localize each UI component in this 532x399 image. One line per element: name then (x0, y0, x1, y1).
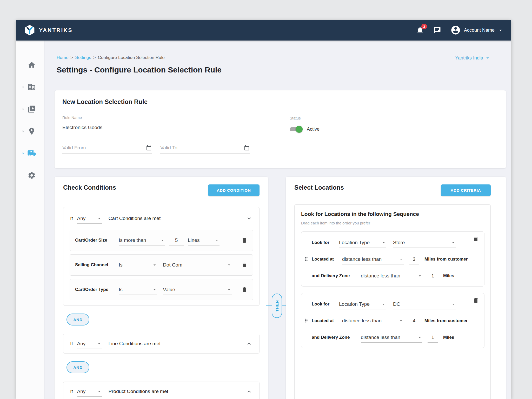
status-label: Status (290, 116, 301, 120)
condition-group-header: If Any Line Conditions are met (63, 334, 259, 353)
sidebar-item-locations[interactable] (27, 127, 36, 136)
unit-select[interactable]: Lines (188, 235, 220, 245)
distance-value-input[interactable] (409, 318, 419, 326)
chat-icon (433, 26, 441, 34)
value-select[interactable]: Dot Com (163, 260, 232, 270)
drag-handle-icon[interactable] (303, 318, 309, 323)
account-name: Account Name (464, 28, 495, 33)
drag-handle-icon[interactable] (303, 256, 309, 262)
location-criteria-dc: Look for Location Type DC Located at (301, 293, 484, 348)
location-type-value-select[interactable]: DC (393, 299, 456, 309)
status-toggle[interactable] (290, 127, 301, 131)
distance-value-field (409, 316, 419, 326)
delete-criteria-button[interactable] (473, 236, 479, 243)
zone-operator-select[interactable]: distance less than (361, 271, 422, 281)
quantifier-select[interactable]: Any (77, 213, 102, 224)
if-label: If (70, 389, 73, 394)
sidebar-item-fulfillment[interactable] (27, 149, 36, 158)
caret-down-icon (160, 238, 165, 243)
chevron-up-icon (246, 340, 252, 347)
caret-down-icon (485, 55, 490, 61)
zone-value-field (428, 332, 438, 343)
zone-value-input[interactable] (428, 273, 438, 281)
delete-condition-button[interactable] (241, 287, 248, 293)
zone-value-input[interactable] (428, 335, 438, 342)
delivery-zone-label: and Delivery Zone (312, 273, 357, 278)
add-condition-button[interactable]: ADD CONDITION (208, 184, 260, 196)
value-input[interactable] (169, 237, 184, 245)
zone-value-field (428, 271, 438, 281)
sidebar-item-settings[interactable] (27, 171, 36, 180)
quantifier-select[interactable]: Any (77, 386, 102, 397)
condition-group-label: Product Conditions are met (109, 389, 168, 394)
distance-value-field (409, 254, 419, 264)
condition-group-label: Line Conditions are met (109, 341, 161, 347)
chevron-right-icon (20, 84, 26, 90)
breadcrumb-home-link[interactable]: Home (57, 55, 68, 60)
trash-icon (473, 297, 479, 304)
quantifier-select[interactable]: Any (77, 338, 102, 349)
distance-operator-select[interactable]: distance less than (342, 254, 404, 264)
brand-logo[interactable]: YANTRIKS (24, 24, 72, 36)
chevron-down-icon (246, 215, 252, 222)
operator-select[interactable]: Is more than (119, 235, 165, 245)
caret-down-icon (381, 240, 386, 245)
zone-unit-label: Miles (443, 273, 454, 278)
status-value: Active (307, 127, 320, 132)
caret-down-icon (451, 240, 456, 245)
valid-from-field (62, 142, 152, 154)
location-type-select[interactable]: Location Type (339, 299, 386, 309)
select-locations-panel: Select Locations ADD CRITERIA Look for L… (286, 177, 506, 399)
expand-button[interactable] (246, 340, 252, 347)
then-connector: THEN (272, 294, 282, 318)
condition-group-label: Cart Conditions are met (109, 216, 161, 221)
valid-to-field (160, 142, 250, 154)
value-field (169, 235, 184, 245)
caret-down-icon (97, 216, 102, 221)
page-title: Settings - Configure Location Selection … (57, 65, 222, 74)
collapse-button[interactable] (246, 215, 252, 222)
messages-button[interactable] (433, 26, 441, 34)
and-connector: AND (66, 314, 89, 325)
breadcrumb-settings-link[interactable]: Settings (75, 55, 91, 60)
delete-condition-button[interactable] (241, 262, 248, 268)
location-type-value-select[interactable]: Store (393, 237, 456, 248)
trash-icon (241, 287, 248, 293)
org-selector[interactable]: Yantriks India (455, 55, 490, 61)
operator-select[interactable]: Is (119, 284, 157, 295)
account-menu[interactable]: Account Name (450, 25, 503, 35)
status-toggle-row: Active (290, 125, 320, 133)
main-content: Home>Settings>Configure Location Selecti… (44, 41, 511, 399)
sidebar-item-organization[interactable] (27, 82, 36, 92)
distance-value-input[interactable] (409, 256, 419, 264)
then-connector-line: THEN (266, 305, 288, 306)
condition-group-header: If Any Cart Conditions are met (63, 207, 259, 230)
operator-select[interactable]: Is (119, 260, 157, 270)
valid-to-input[interactable] (160, 145, 244, 151)
delete-criteria-button[interactable] (473, 297, 479, 305)
app-window: YANTRIKS 3 Account Name (16, 20, 511, 399)
caret-down-icon (152, 287, 157, 292)
add-criteria-button[interactable]: ADD CRITERIA (441, 184, 491, 196)
sidebar-item-catalog[interactable] (27, 104, 36, 114)
sidebar-item-home[interactable] (27, 60, 36, 70)
notifications-button[interactable]: 3 (416, 26, 424, 34)
delete-condition-button[interactable] (241, 237, 248, 243)
value-select[interactable]: Value (163, 284, 232, 295)
caret-down-icon (417, 273, 422, 278)
calendar-icon[interactable] (244, 145, 250, 151)
rule-name-field (62, 121, 251, 134)
calendar-icon[interactable] (146, 145, 152, 151)
location-type-select[interactable]: Location Type (339, 237, 386, 248)
location-criteria-store: Look for Location Type Store Located at (301, 231, 484, 287)
look-for-label: Look for (312, 240, 335, 245)
expand-button[interactable] (246, 388, 252, 395)
if-label: If (70, 341, 73, 347)
zone-operator-select[interactable]: distance less than (361, 332, 422, 343)
building-icon (28, 83, 36, 91)
rule-name-input[interactable] (62, 125, 251, 130)
valid-from-input[interactable] (62, 145, 146, 151)
home-icon (28, 61, 36, 69)
and-connector: AND (66, 361, 89, 373)
distance-operator-select[interactable]: distance less than (342, 316, 404, 326)
